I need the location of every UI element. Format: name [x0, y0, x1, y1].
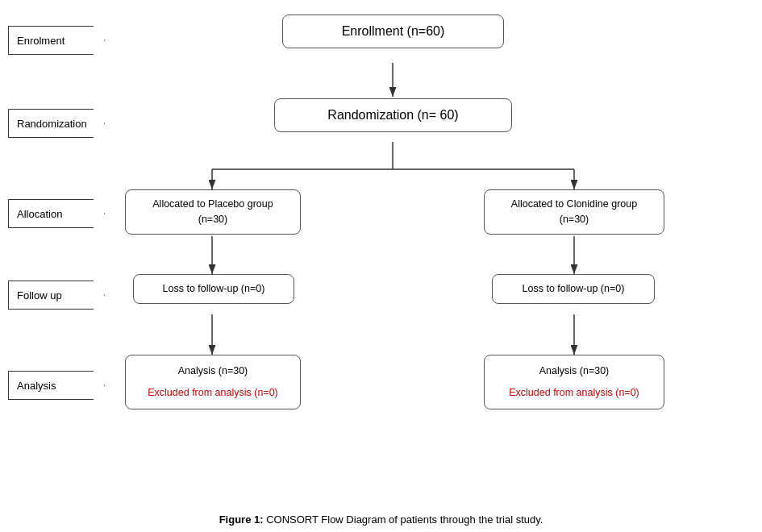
analysis-label: Analysis — [8, 371, 105, 400]
clonidine-allocation-box: Allocated to Clonidine group (n=30) — [484, 189, 664, 235]
analysis-text: Analysis — [17, 380, 56, 392]
clonidine-followup-box: Loss to follow-up (n=0) — [492, 274, 655, 304]
clonidine-analysis-line1: Analysis (n=30) — [498, 364, 651, 379]
followup-text: Follow up — [17, 289, 62, 301]
clonidine-analysis-line2: Excluded from analysis (n=0) — [498, 385, 651, 401]
allocation-text: Allocation — [17, 208, 62, 220]
enrollment-box: Enrollment (n=60) — [282, 15, 504, 48]
diagram-container: Enrolment Randomization Allocation Follo… — [0, 0, 762, 532]
enrolment-text: Enrolment — [17, 35, 65, 47]
randomization-box: Randomization (n= 60) — [274, 98, 512, 132]
flow-arrows — [0, 0, 762, 500]
caption-bold: Figure 1: — [219, 513, 264, 526]
caption-text: CONSORT Flow Diagram of patients through… — [264, 513, 543, 526]
randomization-text: Randomization — [17, 118, 87, 130]
followup-label: Follow up — [8, 281, 105, 310]
figure-caption: Figure 1: CONSORT Flow Diagram of patien… — [0, 513, 762, 526]
allocation-label: Allocation — [8, 199, 105, 228]
placebo-analysis-line1: Analysis (n=30) — [139, 364, 287, 379]
clonidine-analysis-box: Analysis (n=30) Excluded from analysis (… — [484, 355, 664, 409]
placebo-allocation-box: Allocated to Placebo group (n=30) — [125, 189, 301, 235]
randomization-label: Randomization — [8, 109, 105, 138]
enrolment-label: Enrolment — [8, 26, 105, 55]
placebo-analysis-line2: Excluded from analysis (n=0) — [139, 385, 287, 401]
placebo-analysis-box: Analysis (n=30) Excluded from analysis (… — [125, 355, 301, 409]
placebo-followup-box: Loss to follow-up (n=0) — [133, 274, 294, 304]
